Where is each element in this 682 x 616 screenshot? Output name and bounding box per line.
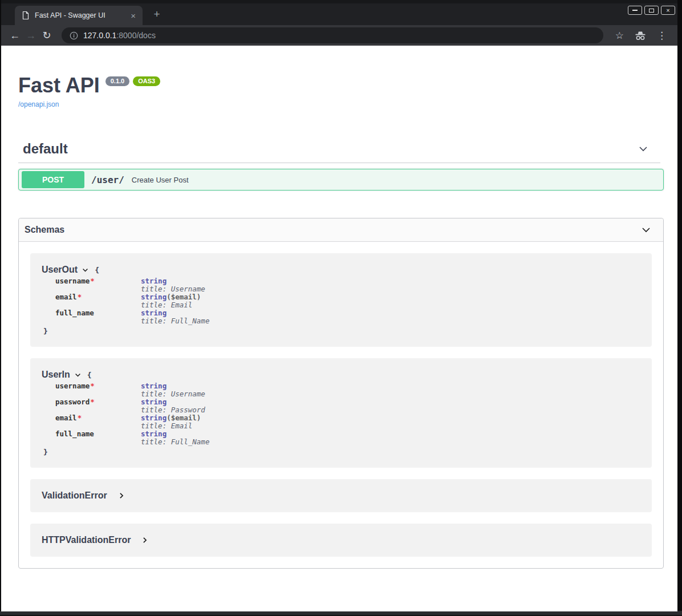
tab-close-icon[interactable]: × xyxy=(128,10,138,21)
required-star: * xyxy=(78,414,82,422)
chevron-down-icon[interactable] xyxy=(640,224,652,236)
method-badge[interactable]: POST xyxy=(22,171,84,188)
property-type: string xyxy=(141,293,167,301)
chevron-down-icon[interactable] xyxy=(638,143,649,155)
desktop-background: Fast API - Swagger UI × + × ← → ↻ 127.0.… xyxy=(0,0,682,616)
model-property-row: full_namestringtitle: Full_Name xyxy=(55,430,640,446)
property-title-line: title: Password xyxy=(141,406,205,414)
forward-button[interactable]: → xyxy=(23,30,39,42)
schemas-header[interactable]: Schemas xyxy=(19,218,663,242)
minimize-icon xyxy=(632,10,638,11)
schema-model-userin: UserIn{username*stringtitle: Usernamepas… xyxy=(30,358,652,468)
property-name: username* xyxy=(55,382,141,398)
property-name: username* xyxy=(55,277,141,293)
url-path: :8000/docs xyxy=(116,31,156,40)
property-format: ($email) xyxy=(167,293,201,301)
bookmark-star-icon[interactable]: ☆ xyxy=(615,30,624,42)
property-desc: string($email)title: Email xyxy=(141,293,201,309)
required-star: * xyxy=(90,277,95,285)
operation-post-user[interactable]: POST /user/ Create User Post xyxy=(18,169,664,191)
property-type: string xyxy=(141,382,167,390)
property-type-line: string($email) xyxy=(141,414,201,422)
property-type: string xyxy=(141,398,167,406)
property-desc: stringtitle: Username xyxy=(141,277,205,293)
model-toggle[interactable]: HTTPValidationError xyxy=(42,535,640,545)
browser-window: Fast API - Swagger UI × + × ← → ↻ 127.0.… xyxy=(1,0,677,611)
property-format: ($email) xyxy=(167,414,201,422)
property-type-line: string xyxy=(141,430,209,438)
url-host: 127.0.0.1 xyxy=(83,31,116,40)
property-name: full_name xyxy=(55,430,141,446)
model-properties: username*stringtitle: Usernameemail*stri… xyxy=(55,277,640,325)
model-toggle[interactable]: UserIn{ xyxy=(42,370,640,380)
model-name: ValidationError xyxy=(42,491,107,501)
property-type: string xyxy=(141,309,167,317)
tab-strip: Fast API - Swagger UI × + × xyxy=(1,3,677,25)
openapi-spec-link[interactable]: /openapi.json xyxy=(18,100,59,108)
operation-summary: Create User Post xyxy=(132,176,189,184)
property-type-line: string xyxy=(141,382,205,390)
tab-title: Fast API - Swagger UI xyxy=(35,11,128,19)
tag-name: default xyxy=(23,141,68,157)
property-name: email* xyxy=(55,293,141,309)
version-badge: 0.1.0 xyxy=(105,76,129,86)
model-toggle[interactable]: ValidationError xyxy=(42,491,640,501)
oas3-badge: OAS3 xyxy=(133,76,160,86)
model-property-row: email*string($email)title: Email xyxy=(55,414,640,430)
model-properties: username*stringtitle: Usernamepassword*s… xyxy=(55,382,640,446)
property-desc: stringtitle: Full_Name xyxy=(141,430,209,446)
property-title-line: title: Email xyxy=(141,301,201,309)
maximize-icon xyxy=(649,9,654,13)
property-name: password* xyxy=(55,398,141,414)
incognito-icon xyxy=(634,30,647,41)
property-type-line: string xyxy=(141,309,209,317)
brace-open: { xyxy=(87,371,92,379)
browser-menu-icon[interactable]: ⋮ xyxy=(657,30,667,42)
api-title: Fast API xyxy=(18,75,100,96)
maximize-button[interactable] xyxy=(644,6,659,15)
address-bar[interactable]: 127.0.0.1:8000/docs xyxy=(62,27,603,43)
close-button[interactable]: × xyxy=(661,6,675,15)
required-star: * xyxy=(90,398,95,406)
required-star: * xyxy=(78,293,82,301)
back-button[interactable]: ← xyxy=(7,30,23,42)
property-title-line: title: Username xyxy=(141,285,205,293)
model-toggle[interactable]: UserOut{ xyxy=(42,265,640,275)
model-property-row: username*stringtitle: Username xyxy=(55,382,640,398)
model-property-row: username*stringtitle: Username xyxy=(55,277,640,293)
operation-path: /user/ xyxy=(91,175,124,185)
minimize-button[interactable] xyxy=(628,6,642,15)
close-icon: × xyxy=(666,7,669,14)
property-title-line: title: Email xyxy=(141,422,201,430)
property-type-line: string($email) xyxy=(141,293,201,301)
required-star: * xyxy=(90,382,95,390)
brace-close: } xyxy=(43,448,640,456)
site-info-icon[interactable] xyxy=(70,31,78,40)
new-tab-button[interactable]: + xyxy=(151,8,163,21)
property-type-line: string xyxy=(141,398,205,406)
property-title-line: title: Full_Name xyxy=(141,438,209,446)
property-name: email* xyxy=(55,414,141,430)
chevron-right-icon[interactable] xyxy=(141,536,149,544)
browser-tab[interactable]: Fast API - Swagger UI × xyxy=(15,6,143,25)
schema-model-httpvalidationerror: HTTPValidationError xyxy=(30,524,652,557)
property-title-line: title: Username xyxy=(141,390,205,398)
reload-button[interactable]: ↻ xyxy=(39,29,55,42)
browser-toolbar: ← → ↻ 127.0.0.1:8000/docs ☆ ⋮ xyxy=(1,25,677,46)
chevron-right-icon[interactable] xyxy=(117,492,125,500)
property-type-line: string xyxy=(141,277,205,285)
schema-model-validationerror: ValidationError xyxy=(30,479,652,512)
chevron-down-icon[interactable] xyxy=(74,371,82,379)
window-controls: × xyxy=(628,6,675,15)
property-desc: stringtitle: Full_Name xyxy=(141,309,209,325)
property-title-line: title: Full_Name xyxy=(141,317,209,325)
api-info: Fast API 0.1.0 OAS3 /openapi.json xyxy=(18,75,660,109)
model-property-row: full_namestringtitle: Full_Name xyxy=(55,309,640,325)
model-property-row: password*stringtitle: Password xyxy=(55,398,640,414)
schemas-models: UserOut{username*stringtitle: Usernameem… xyxy=(19,242,663,568)
property-type: string xyxy=(141,414,167,422)
property-desc: stringtitle: Username xyxy=(141,382,205,398)
tag-section-header[interactable]: default xyxy=(18,141,660,163)
url-text[interactable]: 127.0.0.1:8000/docs xyxy=(83,31,156,40)
chevron-down-icon[interactable] xyxy=(82,266,89,274)
